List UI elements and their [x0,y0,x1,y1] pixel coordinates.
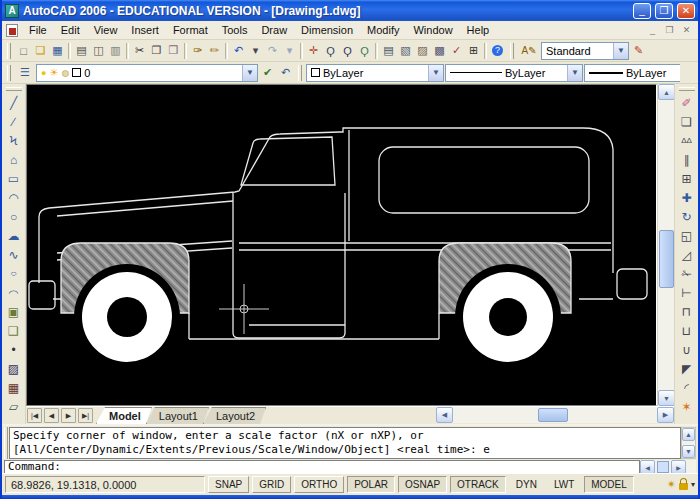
menu-edit[interactable]: Edit [54,22,87,38]
break-at-point-icon[interactable]: ⊓ [677,302,697,321]
vertical-scrollbar[interactable]: ▲ ▼ [657,84,674,406]
app-icon[interactable]: A [5,4,19,18]
break-icon[interactable]: ⊔ [677,321,697,340]
command-scrollbar[interactable]: ▲ ▼ [681,427,696,459]
menu-tools[interactable]: Tools [215,22,255,38]
mdi-restore-button[interactable]: ❐ [662,24,677,37]
paste-icon[interactable]: ❒ [165,42,182,60]
sheetset-manager-icon[interactable]: ▩ [431,42,448,60]
gradient-icon[interactable]: ▦ [4,378,24,397]
chevron-down-icon[interactable]: ▼ [613,43,628,59]
layer-lock-icon[interactable]: ◍ [61,68,69,78]
line-icon[interactable]: ╱ [4,93,24,112]
scroll-down-icon[interactable]: ▼ [682,445,695,458]
toggle-polar[interactable]: POLAR [347,476,395,493]
rectangle-icon[interactable]: ▭ [4,169,24,188]
chevron-down-icon[interactable]: ▼ [428,65,443,81]
toolbar-lock-icon[interactable] [679,483,688,490]
color-combo[interactable]: ByLayer ▼ [306,64,444,82]
chevron-down-icon[interactable]: ▼ [242,65,257,81]
plot-icon[interactable]: ▤ [73,42,90,60]
layer-on-off-icon[interactable]: ● [41,68,46,78]
ellipse-arc-icon[interactable]: ◠ [4,283,24,302]
circle-icon[interactable]: ○ [4,207,24,226]
tab-model[interactable]: Model [96,407,152,424]
layer-color-swatch[interactable] [72,68,81,77]
erase-icon[interactable]: ✐ [677,93,697,112]
toggle-ortho[interactable]: ORTHO [294,476,344,493]
tab-nav-next[interactable]: ▶ [61,408,76,423]
layer-combo[interactable]: ● ☀ ◍ 0 ▼ [36,64,258,82]
scroll-up-icon[interactable]: ▲ [682,428,695,441]
toolbar-grip[interactable] [298,65,302,81]
stretch-icon[interactable]: ◿ [677,245,697,264]
tool-palettes-icon[interactable]: ▨ [414,42,431,60]
arc-icon[interactable]: ◠ [4,188,24,207]
scroll-right-icon[interactable]: ▶ [671,460,686,474]
properties-icon[interactable]: ▤ [380,42,397,60]
new-icon[interactable]: □ [15,42,32,60]
toggle-otrack[interactable]: OTRACK [450,476,506,493]
minimize-button[interactable]: _ [633,3,651,19]
open-icon[interactable]: ❏ [32,42,49,60]
tab-layout2[interactable]: Layout2 [203,407,266,424]
tab-nav-prev[interactable]: ◀ [44,408,59,423]
menu-window[interactable]: Window [406,22,459,38]
join-icon[interactable]: ∪ [677,340,697,359]
command-history[interactable]: Specify corner of window, enter a scale … [9,427,681,459]
dim-style-button[interactable]: ✎ [630,42,647,60]
match-properties-icon[interactable]: ✑ [189,42,206,60]
lineweight-combo[interactable]: ByLayer [584,64,680,82]
scroll-right-icon[interactable]: ▶ [657,407,674,423]
toolbar-grip[interactable] [679,87,695,91]
cut-icon[interactable]: ✂ [131,42,148,60]
rotate-icon[interactable]: ↻ [677,207,697,226]
command-window-grip[interactable] [4,427,8,459]
undo-dropdown-icon[interactable]: ▾ [247,42,264,60]
text-style-manager-button[interactable]: A✎ [518,42,540,60]
undo-icon[interactable]: ↶ [230,42,247,60]
tab-nav-last[interactable]: ▶| [78,408,93,423]
chamfer-icon[interactable]: ◤ [677,359,697,378]
array-icon[interactable]: ⊞ [677,169,697,188]
command-hscrollbar[interactable]: ◀ ▶ [640,460,696,474]
toggle-grid[interactable]: GRID [252,476,291,493]
polygon-icon[interactable]: ⌂ [4,150,24,169]
save-icon[interactable]: ▦ [49,42,66,60]
toggle-osnap[interactable]: OSNAP [398,476,447,493]
menu-help[interactable]: Help [460,22,497,38]
tab-layout1[interactable]: Layout1 [146,407,209,424]
menu-file[interactable]: File [22,22,54,38]
help-icon[interactable]: ? [489,42,506,60]
communication-center-icon[interactable]: ✴ [667,478,676,491]
model-space-canvas[interactable] [26,84,657,406]
polyline-icon[interactable]: Ϟ [4,131,24,150]
horizontal-scrollbar[interactable]: ◀ ▶ [436,407,674,423]
plot-preview-icon[interactable]: ◫ [90,42,107,60]
coordinates-readout[interactable]: 68.9826, 19.1318, 0.0000 [5,476,205,493]
scroll-down-icon[interactable]: ▼ [658,390,675,406]
toggle-dyn[interactable]: DYN [509,476,544,493]
menu-format[interactable]: Format [166,22,215,38]
status-menu-dropdown-icon[interactable]: ▾ [691,480,695,489]
extend-icon[interactable]: ⊢ [677,283,697,302]
markup-manager-icon[interactable]: ✓ [448,42,465,60]
close-button[interactable]: ✕ [677,3,695,19]
hatch-icon[interactable]: ▨ [4,359,24,378]
scroll-left-icon[interactable]: ◀ [436,407,453,423]
pan-realtime-icon[interactable]: ✛ [305,42,322,60]
scale-icon[interactable]: ◱ [677,226,697,245]
explode-icon[interactable]: ✶ [677,397,697,416]
zoom-realtime-icon[interactable]: Ϙ [322,42,339,60]
scroll-thumb[interactable] [657,461,669,473]
toggle-snap[interactable]: SNAP [208,476,249,493]
tab-nav-first[interactable]: |◀ [27,408,42,423]
copy-icon[interactable]: ❐ [148,42,165,60]
toggle-lwt[interactable]: LWT [547,476,581,493]
layer-previous-button[interactable]: ↶ [277,64,294,82]
make-object-layer-current-button[interactable]: ✔ [259,64,276,82]
insert-block-icon[interactable]: ▣ [4,302,24,321]
designcenter-icon[interactable]: ▧ [397,42,414,60]
offset-icon[interactable]: ∥ [677,150,697,169]
zoom-previous-icon[interactable]: Ϙ [356,42,373,60]
